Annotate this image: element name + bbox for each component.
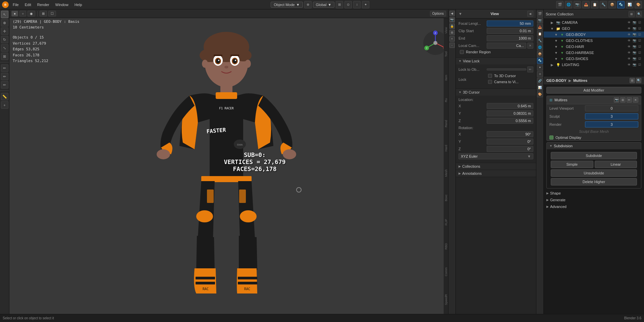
geo-render-icon[interactable]: 📷	[632, 26, 637, 31]
move-tool-btn[interactable]: ✛	[1, 28, 8, 35]
object-mode-selector[interactable]: Object Mode ▼	[271, 2, 303, 8]
lighting-select-icon[interactable]: ☑	[637, 62, 642, 67]
subdivide-btn[interactable]: Subdivide	[551, 152, 637, 159]
lighting-render-icon[interactable]: 📷	[632, 62, 637, 67]
world-icon[interactable]: 🌐	[565, 1, 572, 8]
viewport-shading-solid[interactable]: ●	[11, 11, 18, 16]
to-3d-cursor-checkbox[interactable]	[488, 74, 492, 78]
rotate-tool-btn[interactable]: ↻	[1, 36, 8, 43]
view-layer-strip-btn[interactable]: 📋	[537, 31, 543, 37]
scene-strip-btn[interactable]: 🎬	[537, 11, 543, 17]
camera-to-vi-checkbox[interactable]	[488, 80, 492, 84]
outliner-filter-btn[interactable]: ⊞	[629, 11, 635, 17]
level-viewport-value[interactable]: 0	[585, 105, 638, 111]
geohairbase-select-icon[interactable]: ☑	[637, 50, 642, 55]
outliner-geobody-item[interactable]: ▼ ▼ GEO-BODY 👁 📷 ☑	[544, 32, 644, 38]
generate-section-row[interactable]: ▶ Generate	[544, 197, 644, 203]
global-transform-btn[interactable]: ⊕	[304, 1, 312, 8]
outliner-lighting-item[interactable]: ▶ 💡 LIGHTING 👁 📷 ☑	[544, 62, 644, 68]
view-lock-title[interactable]: ▼ View Lock	[456, 58, 536, 64]
annotate-tool-btn[interactable]: ✏	[1, 64, 8, 72]
geoclothes-select-icon[interactable]: ☑	[637, 38, 642, 43]
measure-tool-btn[interactable]: 📏	[1, 93, 8, 100]
xyz-euler-dropdown[interactable]: XYZ Euler ▼	[459, 153, 533, 159]
render-region-checkbox[interactable]	[460, 50, 464, 54]
sidebar-rbd-tab[interactable]: RBD	[444, 242, 448, 251]
menu-file[interactable]: File	[11, 2, 21, 7]
proportional-btn[interactable]: ⊙	[344, 1, 352, 8]
modifier-strip-btn[interactable]: 🔩	[537, 58, 543, 64]
viewport-shading-render[interactable]: ◉	[28, 11, 35, 16]
geoclothes-render-icon[interactable]: 📷	[632, 38, 637, 43]
outliner-geohairbase-item[interactable]: ▼ ▼ GEO-HAIRBASE 👁 📷 ☑	[544, 50, 644, 56]
geoshoes-render-icon[interactable]: 📷	[632, 56, 637, 61]
multires-close-icon[interactable]: ✕	[633, 97, 638, 103]
render-strip-btn[interactable]: 📷	[537, 17, 543, 23]
menu-window[interactable]: Window	[53, 2, 70, 7]
local-cam-value[interactable]: Ca...	[487, 43, 526, 49]
multires-viewport-icon[interactable]: ⊞	[620, 97, 626, 103]
sidebar-comm-tab[interactable]: Comm	[444, 266, 448, 278]
annotate-poly-btn[interactable]: ✏	[1, 81, 8, 89]
data-strip-btn[interactable]: 📊	[537, 85, 543, 91]
optimal-display-checkbox[interactable]	[549, 136, 553, 140]
sidebar-boxc-tab[interactable]: Boxc	[444, 193, 448, 203]
local-cam-close-btn[interactable]: ✕	[527, 43, 533, 49]
sculpt-value[interactable]: 3	[585, 113, 638, 119]
advanced-section-row[interactable]: ▶ Advanced	[544, 203, 644, 210]
options-btn[interactable]: Options	[430, 11, 446, 16]
sidebar-rend-tab[interactable]: Rend	[444, 119, 448, 129]
add-tool-btn[interactable]: ＋	[1, 101, 8, 109]
zoom-out-btn[interactable]: -	[449, 43, 455, 48]
physics-strip-btn[interactable]: ⚛	[537, 71, 543, 77]
geobody-render-icon[interactable]: 📷	[632, 32, 637, 37]
render-icon-btn[interactable]: 📷	[574, 1, 581, 8]
geoclothes-eye-icon[interactable]: 👁	[627, 38, 631, 43]
geo-eye-icon[interactable]: 👁	[627, 26, 631, 31]
show-overlays-btn[interactable]: ⊞	[40, 11, 47, 16]
menu-edit[interactable]: Edit	[23, 2, 33, 7]
transform-tool-btn[interactable]: ⊞	[1, 53, 8, 60]
camera-view-btn[interactable]: 📷	[449, 17, 455, 22]
outliner-geo-item[interactable]: ▼ 📁 GEO 👁 📷 ☑	[544, 25, 644, 32]
geohairbase-eye-icon[interactable]: 👁	[627, 50, 631, 55]
mod-header-btn2[interactable]: 🔍	[636, 78, 641, 83]
geohair-select-icon[interactable]: ☑	[637, 44, 642, 49]
add-modifier-btn[interactable]: Add Modifier	[546, 87, 641, 94]
cursor-ry-value[interactable]: 0°	[487, 139, 533, 145]
geohair-eye-icon[interactable]: 👁	[627, 44, 631, 49]
camera-render-icon[interactable]: 📷	[632, 20, 637, 25]
scene-props-icon[interactable]: 🔧	[600, 1, 607, 8]
cursor-y-value[interactable]: 0.08331 m	[487, 110, 533, 116]
outliner-geoshoes-item[interactable]: ▼ ▼ GEO-SHOES 👁 📷 ☑	[544, 56, 644, 62]
view-layer-icon[interactable]: 📋	[591, 1, 598, 8]
scale-tool-btn[interactable]: ⤡	[1, 44, 8, 52]
unsubdivide-btn[interactable]: Unsubdivide	[551, 169, 637, 177]
lighting-eye-icon[interactable]: 👁	[627, 62, 631, 67]
geobody-select-icon[interactable]: ☑	[637, 32, 642, 37]
select-icon[interactable]: ☑	[637, 20, 642, 25]
global-selector[interactable]: Global ▼	[313, 2, 335, 8]
menu-help[interactable]: Help	[72, 2, 84, 7]
viewport-shading-wire[interactable]: ○	[19, 11, 26, 16]
scene-data-strip-btn[interactable]: 🔧	[537, 38, 543, 44]
modifier-props-icon[interactable]: 🔩	[617, 1, 625, 8]
sidebar-tool-tab[interactable]: Tool	[444, 50, 448, 58]
cursor-z-value[interactable]: 0.5556 m	[487, 118, 533, 124]
shape-section-row[interactable]: ▶ Shape	[544, 190, 644, 197]
collections-title[interactable]: ▶ Collections	[456, 163, 536, 170]
zoom-in-btn[interactable]: +	[449, 36, 455, 42]
subdivision-header[interactable]: ▼ Subdivision	[547, 143, 641, 149]
xray-btn[interactable]: ☐	[48, 11, 56, 16]
data-props-icon[interactable]: 📊	[626, 1, 633, 8]
constraints-strip-btn[interactable]: 🔗	[537, 78, 543, 84]
render-value[interactable]: 3	[585, 121, 638, 127]
scene-icon[interactable]: 🎬	[556, 1, 564, 8]
sidebar-item-tab[interactable]: Item	[444, 73, 448, 82]
viewport-3d[interactable]: ● ○ ◉ ⊞ ☐ Options Front Orthographic (29…	[9, 9, 455, 314]
linear-btn[interactable]: Linear	[595, 161, 637, 168]
delete-higher-btn[interactable]: Delete Higher	[551, 178, 637, 185]
zoom-fit-btn[interactable]: ⊞	[449, 30, 455, 35]
sidebar-hard-tab[interactable]: Hard	[444, 144, 448, 153]
material-props-icon[interactable]: 🎨	[635, 1, 642, 8]
